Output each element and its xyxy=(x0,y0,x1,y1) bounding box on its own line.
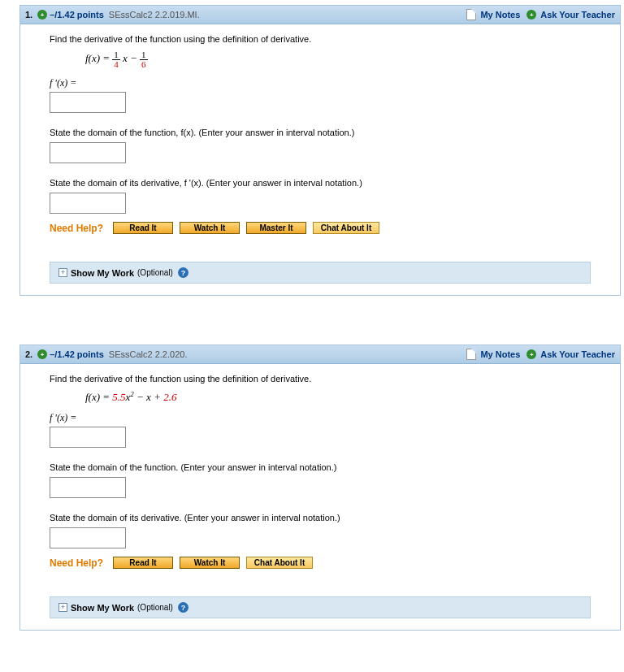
eq-after: − x + xyxy=(134,391,163,403)
question-number: 2. xyxy=(25,349,32,359)
question-source: SEssCalc2 2.2.020. xyxy=(109,349,188,359)
points-icon: + xyxy=(37,349,47,359)
question-2: 2. + –/1.42 points SEssCalc2 2.2.020. My… xyxy=(20,345,621,631)
fraction-2: 1 6 xyxy=(140,50,148,69)
function-equation: f(x) = 5.5x2 − x + 2.6 xyxy=(85,390,591,404)
domain-fpx-input[interactable] xyxy=(50,527,126,548)
points-icon: + xyxy=(37,10,47,20)
ask-teacher-link[interactable]: Ask Your Teacher xyxy=(540,10,615,20)
chat-about-it-button[interactable]: Chat About It xyxy=(313,222,379,234)
coef: 5.5 xyxy=(112,391,125,403)
show-work-title: Show My Work xyxy=(71,268,134,278)
fprime-input[interactable] xyxy=(50,92,126,113)
question-header: 2. + –/1.42 points SEssCalc2 2.2.020. My… xyxy=(20,345,620,364)
domain-fx-input[interactable] xyxy=(50,142,126,163)
fprime-label: f '(x) = xyxy=(50,412,591,424)
show-my-work-bar[interactable]: + Show My Work (Optional) ? xyxy=(50,262,591,284)
show-work-title: Show My Work xyxy=(71,603,134,613)
my-notes-link[interactable]: My Notes xyxy=(480,349,520,359)
need-help-row: Need Help? Read It Watch It Master It Ch… xyxy=(50,222,591,234)
fprime-label: f '(x) = xyxy=(50,77,591,89)
fprime-input[interactable] xyxy=(50,427,126,448)
question-number: 1. xyxy=(25,10,32,20)
help-icon[interactable]: ? xyxy=(178,602,188,613)
help-icon[interactable]: ? xyxy=(178,267,188,278)
ask-teacher-icon: + xyxy=(526,349,536,359)
need-help-row: Need Help? Read It Watch It Chat About I… xyxy=(50,557,591,569)
function-equation: f(x) = 1 4 x − 1 6 xyxy=(85,50,591,69)
watch-it-button[interactable]: Watch It xyxy=(180,557,240,569)
show-my-work-bar[interactable]: + Show My Work (Optional) ? xyxy=(50,596,591,618)
domain-fx-prompt: State the domain of the function. (Enter… xyxy=(50,462,591,472)
expand-icon[interactable]: + xyxy=(58,603,67,612)
fraction-1: 1 4 xyxy=(112,50,120,69)
page: 1. + –/1.42 points SEssCalc2 2.2.019.MI.… xyxy=(0,5,624,672)
question-body: Find the derivative of the function usin… xyxy=(20,24,620,295)
ask-teacher-link[interactable]: Ask Your Teacher xyxy=(540,349,615,359)
eq-mid: x − xyxy=(123,52,140,64)
domain-fx-input[interactable] xyxy=(50,477,126,498)
question-source: SEssCalc2 2.2.019.MI. xyxy=(109,10,200,20)
read-it-button[interactable]: Read It xyxy=(113,557,173,569)
notes-icon xyxy=(466,349,476,360)
points-link[interactable]: –/1.42 points xyxy=(50,349,104,359)
show-work-optional: (Optional) xyxy=(137,603,173,612)
domain-fpx-prompt: State the domain of its derivative. (Ent… xyxy=(50,513,591,522)
eq-prefix: f(x) = xyxy=(85,391,112,403)
chat-about-it-button[interactable]: Chat About It xyxy=(246,557,313,569)
eq-prefix: f(x) = xyxy=(85,52,112,64)
need-help-label: Need Help? xyxy=(50,223,103,234)
question-header: 1. + –/1.42 points SEssCalc2 2.2.019.MI.… xyxy=(20,6,620,24)
question-body: Find the derivative of the function usin… xyxy=(20,364,620,630)
domain-fpx-input[interactable] xyxy=(50,193,126,214)
domain-fx-prompt: State the domain of the function, f(x). … xyxy=(50,128,591,137)
frac-den: 6 xyxy=(140,60,148,69)
domain-fpx-prompt: State the domain of its derivative, f '(… xyxy=(50,178,591,188)
question-1: 1. + –/1.42 points SEssCalc2 2.2.019.MI.… xyxy=(20,5,621,296)
notes-icon xyxy=(466,9,476,20)
expand-icon[interactable]: + xyxy=(58,268,67,277)
main-prompt: Find the derivative of the function usin… xyxy=(50,34,591,44)
master-it-button[interactable]: Master It xyxy=(246,222,306,234)
show-work-optional: (Optional) xyxy=(137,268,173,277)
points-link[interactable]: –/1.42 points xyxy=(50,10,104,20)
watch-it-button[interactable]: Watch It xyxy=(180,222,240,234)
main-prompt: Find the derivative of the function usin… xyxy=(50,374,591,384)
frac-den: 4 xyxy=(112,60,120,69)
read-it-button[interactable]: Read It xyxy=(113,222,173,234)
eq-const: 2.6 xyxy=(163,391,176,403)
ask-teacher-icon: + xyxy=(526,10,536,20)
my-notes-link[interactable]: My Notes xyxy=(480,10,520,20)
need-help-label: Need Help? xyxy=(50,557,103,569)
